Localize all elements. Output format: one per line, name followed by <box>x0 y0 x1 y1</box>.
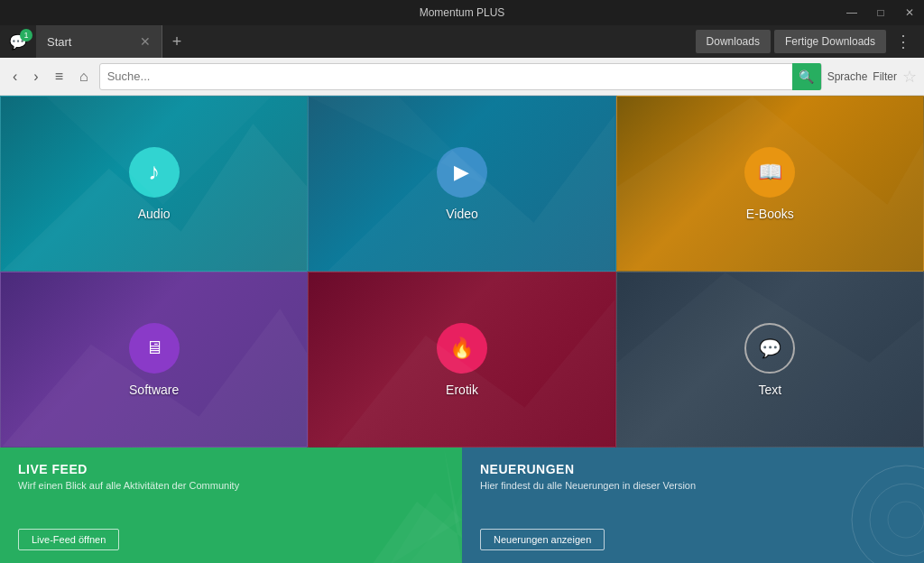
tab-bar: 💬 1 Start ✕ + Downloads Fertige Download… <box>0 25 924 58</box>
svg-marker-6 <box>336 300 614 448</box>
category-software[interactable]: 🖥 Software <box>0 272 308 448</box>
neuerungen-text: NEUERUNGEN Hier findest du alle Neuerung… <box>480 462 906 491</box>
title-bar: Momentum PLUS — □ ✕ <box>0 0 924 25</box>
back-button[interactable]: ‹ <box>7 65 23 88</box>
search-bar: 🔍 <box>99 63 822 90</box>
forward-button[interactable]: › <box>28 65 43 88</box>
nav-bar: ‹ › ≡ ⌂ 🔍 Sprache Filter ☆ <box>0 58 924 96</box>
close-button[interactable]: ✕ <box>895 0 924 25</box>
active-tab[interactable]: Start ✕ <box>36 25 162 58</box>
svg-marker-7 <box>617 272 923 448</box>
header-actions: Downloads Fertige Downloads ⋮ <box>696 25 924 58</box>
category-audio[interactable]: ♪ Audio <box>0 96 308 272</box>
filter-label[interactable]: Filter <box>873 70 897 83</box>
neuerungen-title: NEUERUNGEN <box>480 462 906 476</box>
app-title: Momentum PLUS <box>420 6 505 19</box>
category-text[interactable]: 💬 Text <box>616 272 924 448</box>
svg-point-13 <box>888 502 924 538</box>
category-grid: ♪ Audio ▶ Video 📖 E-Books 🖥 Software <box>0 96 924 448</box>
home-button[interactable]: ⌂ <box>74 65 94 88</box>
search-input[interactable] <box>107 69 792 83</box>
svg-marker-9 <box>390 493 462 563</box>
live-feed-text: LIVE FEED Wirf einen Blick auf alle Akti… <box>18 462 444 491</box>
neuerungen-show-button[interactable]: Neuerungen anzeigen <box>480 529 605 550</box>
live-feed-subtitle: Wirf einen Blick auf alle Aktivitäten de… <box>18 480 444 491</box>
downloads-button[interactable]: Downloads <box>696 30 771 53</box>
sprache-label[interactable]: Sprache <box>827 70 868 83</box>
new-tab-button[interactable]: + <box>162 25 191 58</box>
category-video[interactable]: ▶ Video <box>308 96 615 272</box>
neuerungen-card: NEUERUNGEN Hier findest du alle Neuerung… <box>462 448 924 563</box>
svg-marker-2 <box>327 115 614 272</box>
category-erotik[interactable]: 🔥 Erotik <box>308 272 615 448</box>
svg-marker-10 <box>408 493 462 563</box>
svg-point-12 <box>870 484 924 556</box>
category-ebooks[interactable]: 📖 E-Books <box>616 96 924 272</box>
minimize-button[interactable]: — <box>837 0 866 25</box>
live-feed-card: LIVE FEED Wirf einen Blick auf alle Akti… <box>0 448 462 563</box>
app-icon: 💬 1 <box>0 25 36 58</box>
svg-marker-4 <box>617 97 923 272</box>
favorite-button[interactable]: ☆ <box>902 67 917 87</box>
nav-right: Sprache Filter ☆ <box>827 67 917 87</box>
layout-button[interactable]: ≡ <box>50 65 69 88</box>
neuerungen-subtitle: Hier findest du alle Neuerungen in diese… <box>480 480 906 491</box>
menu-button[interactable]: ⋮ <box>890 32 917 51</box>
live-feed-open-button[interactable]: Live-Feed öffnen <box>18 529 119 550</box>
tab-close-button[interactable]: ✕ <box>140 34 151 49</box>
svg-marker-3 <box>309 97 489 187</box>
live-feed-title: LIVE FEED <box>18 462 444 476</box>
notification-badge: 1 <box>20 29 32 42</box>
svg-marker-5 <box>1 309 307 448</box>
bottom-cards: LIVE FEED Wirf einen Blick auf alle Akti… <box>0 448 924 563</box>
search-submit-button[interactable]: 🔍 <box>792 63 821 90</box>
tab-label: Start <box>47 35 71 49</box>
maximize-button[interactable]: □ <box>866 0 895 25</box>
window-controls: — □ ✕ <box>837 0 924 25</box>
fertige-downloads-button[interactable]: Fertige Downloads <box>774 30 886 53</box>
